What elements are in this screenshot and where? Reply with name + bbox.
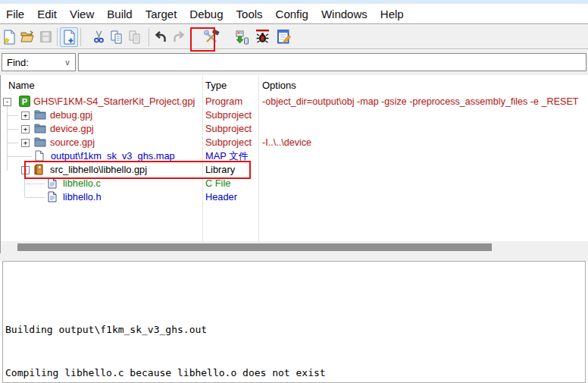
tree-item-label[interactable]: libhello.h (63, 190, 102, 204)
console-line: Compiling libhello.c because libhello.o … (5, 366, 343, 380)
menu-bar: File Edit View Build Target Debug Tools … (0, 4, 588, 24)
tree-item-type: Program (205, 95, 242, 108)
menu-debug[interactable]: Debug (189, 8, 223, 20)
toolbar-separator (190, 28, 191, 46)
build-icon (203, 29, 220, 46)
redo-icon (171, 30, 186, 45)
menu-windows[interactable]: Windows (321, 8, 368, 20)
tree-item-label[interactable]: debug.gpj (50, 108, 92, 122)
copy-button[interactable] (108, 27, 126, 47)
collapse-expander-icon[interactable] (21, 166, 30, 174)
expand-expander-icon[interactable] (21, 111, 30, 120)
column-header-name[interactable]: Name (8, 80, 35, 91)
menu-file[interactable]: File (6, 8, 24, 20)
build-output-text: Building output\f1km_sk_v3_ghs.out Compi… (5, 294, 343, 383)
scrollbar-thumb[interactable] (17, 243, 492, 251)
new-file-button[interactable] (0, 27, 18, 47)
tree-item-type: C File (205, 177, 230, 190)
find-input[interactable] (78, 53, 586, 71)
save-icon (39, 30, 53, 44)
column-header-name[interactable]: Type (205, 80, 227, 91)
table-row[interactable]: output\f1km_sk_v3_ghs.map MAP 文件 (1, 149, 588, 163)
find-label: Find: (7, 57, 29, 68)
build-button[interactable] (202, 27, 220, 47)
column-header-options[interactable]: Options (262, 80, 296, 91)
chevron-down-icon: ∨ (64, 58, 70, 67)
open-folder-icon (20, 30, 35, 45)
menu-view[interactable]: View (70, 8, 94, 20)
edit-log-button[interactable] (274, 27, 292, 47)
menu-edit[interactable]: Edit (37, 8, 57, 20)
table-row[interactable]: source.gpj Subproject -I..\..\device (1, 136, 588, 149)
source-file-icon (48, 191, 57, 206)
expand-expander-icon[interactable] (21, 139, 30, 147)
project-tree-panel: Name Type Options P GHS\F1KM-S4_StarterK… (0, 75, 588, 241)
table-row[interactable]: libhello.h Header (1, 190, 588, 204)
expand-expander-icon[interactable] (21, 125, 30, 133)
tree-item-options: -I..\..\device (262, 136, 311, 149)
copy-icon (109, 30, 124, 45)
tree-item-label[interactable]: src_libhello\libhello.gpj (50, 163, 147, 177)
debug-bug-icon (255, 29, 271, 45)
tree-item-type: Header (205, 190, 237, 204)
svg-text:P: P (22, 97, 28, 106)
paste-icon (127, 30, 142, 45)
toolbar (0, 25, 588, 49)
tree-item-type: MAP 文件 (205, 149, 249, 163)
open-file-button[interactable] (18, 27, 36, 47)
cut-button[interactable] (89, 27, 108, 47)
download-target-icon (234, 30, 249, 45)
tree-item-label[interactable]: device.gpj (50, 122, 94, 136)
build-output-console[interactable]: Building output\f1km_sk_v3_ghs.out Compi… (2, 261, 586, 383)
find-dropdown[interactable]: Find: ∨ (2, 53, 76, 71)
menu-target[interactable]: Target (145, 8, 177, 20)
new-window-button[interactable] (60, 27, 78, 47)
table-row[interactable]: libhello.c C File (1, 177, 588, 190)
download-target-button[interactable] (233, 27, 251, 47)
tree-item-label[interactable]: source.gpj (50, 136, 95, 149)
menu-config[interactable]: Config (276, 8, 308, 20)
console-line: Building output\f1km_sk_v3_ghs.out (5, 322, 343, 337)
tree-item-type: Subproject (205, 136, 252, 149)
horizontal-scrollbar[interactable] (0, 241, 588, 253)
table-row[interactable]: device.gpj Subproject (1, 122, 588, 136)
tree-item-type: Subproject (205, 108, 252, 122)
edit-log-icon (276, 29, 292, 45)
save-button[interactable] (36, 27, 55, 47)
table-row[interactable]: src_libhello\libhello.gpj Library (1, 163, 588, 177)
tree-item-options: -object_dir=output\obj -map -gsize -prep… (262, 95, 579, 108)
table-row[interactable]: debug.gpj Subproject (1, 108, 588, 122)
menu-build[interactable]: Build (107, 8, 132, 20)
tree-item-type: Subproject (205, 122, 252, 136)
cut-icon (92, 30, 106, 44)
tree-item-label[interactable]: GHS\F1KM-S4_StarterKit_Project.gpj (33, 95, 195, 108)
toolbar-separator (57, 28, 58, 46)
find-bar: Find: ∨ (0, 50, 588, 76)
tree-item-label[interactable]: output\f1km_sk_v3_ghs.map (51, 149, 175, 163)
undo-button[interactable] (152, 27, 170, 47)
toolbar-separator (80, 28, 81, 46)
new-document-icon (61, 30, 77, 45)
new-file-icon (2, 30, 17, 45)
menu-tools[interactable]: Tools (236, 8, 263, 20)
collapse-expander-icon[interactable] (3, 98, 11, 106)
undo-icon (153, 30, 168, 45)
menu-help[interactable]: Help (380, 8, 404, 20)
paste-button[interactable] (126, 27, 144, 47)
toolbar-separator (149, 28, 149, 46)
panel-divider (0, 253, 588, 261)
debug-button[interactable] (253, 27, 271, 47)
redo-button[interactable] (170, 27, 188, 47)
table-row[interactable]: P GHS\F1KM-S4_StarterKit_Project.gpj Pro… (1, 95, 588, 108)
tree-item-label[interactable]: libhello.c (63, 177, 101, 190)
tree-item-type: Library (205, 163, 235, 177)
